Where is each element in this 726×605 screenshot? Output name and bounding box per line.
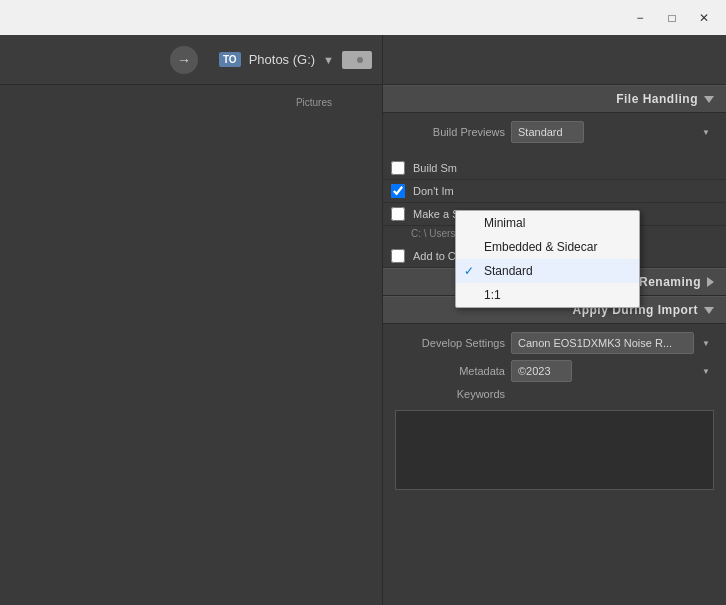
metadata-select-wrapper: ©2023 (511, 360, 714, 382)
keywords-textarea[interactable] (395, 410, 714, 490)
metadata-row: Metadata ©2023 (395, 360, 714, 382)
build-previews-dropdown: Minimal Embedded & Sidecar Standard 1:1 (455, 210, 640, 308)
build-smart-label: Build Sm (413, 162, 718, 174)
dropdown-option-minimal[interactable]: Minimal (456, 211, 639, 235)
destination-label: Photos (G:) (249, 52, 315, 67)
build-previews-row: Build Previews Standard (395, 121, 714, 143)
develop-settings-label: Develop Settings (395, 337, 505, 349)
apply-during-import-body: Develop Settings Canon EOS1DXMK3 Noise R… (383, 324, 726, 501)
add-collection-checkbox[interactable] (391, 249, 405, 263)
dont-import-label: Don't Im (413, 185, 718, 197)
build-previews-select[interactable]: Standard (511, 121, 584, 143)
to-badge: TO (219, 52, 241, 67)
apply-during-import-toggle-icon (704, 307, 714, 314)
keywords-row: Keywords (395, 388, 714, 400)
left-panel: → TO Photos (G:) ▼ Pictures (0, 35, 382, 605)
build-smart-row: Build Sm (383, 157, 726, 180)
dropdown-option-embedded-sidecar[interactable]: Embedded & Sidecar (456, 235, 639, 259)
build-previews-label: Build Previews (395, 126, 505, 138)
minimize-button[interactable]: − (626, 7, 654, 29)
forward-arrow-button[interactable]: → (170, 46, 198, 74)
dropdown-option-1to1[interactable]: 1:1 (456, 283, 639, 307)
file-handling-section-header[interactable]: File Handling (383, 85, 726, 113)
metadata-label: Metadata (395, 365, 505, 377)
make-copy-checkbox[interactable] (391, 207, 405, 221)
develop-settings-row: Develop Settings Canon EOS1DXMK3 Noise R… (395, 332, 714, 354)
build-smart-checkbox[interactable] (391, 161, 405, 175)
dropdown-option-standard[interactable]: Standard (456, 259, 639, 283)
metadata-select[interactable]: ©2023 (511, 360, 572, 382)
file-handling-body: Build Previews Standard (383, 113, 726, 157)
develop-settings-select-wrapper: Canon EOS1DXMK3 Noise R... (511, 332, 714, 354)
dont-import-checkbox[interactable] (391, 184, 405, 198)
destination-dropdown-arrow[interactable]: ▼ (323, 54, 334, 66)
left-top-bar: → TO Photos (G:) ▼ (0, 35, 382, 85)
develop-settings-select[interactable]: Canon EOS1DXMK3 Noise R... (511, 332, 694, 354)
close-button[interactable]: ✕ (690, 7, 718, 29)
file-handling-toggle-icon (704, 96, 714, 103)
file-renaming-toggle-icon (707, 277, 714, 287)
main-area: → TO Photos (G:) ▼ Pictures File Handlin… (0, 35, 726, 605)
build-previews-select-wrapper: Standard (511, 121, 714, 143)
right-panel-top-spacer (383, 35, 726, 85)
title-bar: − □ ✕ (0, 0, 726, 35)
keywords-label: Keywords (395, 388, 505, 400)
maximize-button[interactable]: □ (658, 7, 686, 29)
right-panel: File Handling Build Previews Standard Bu… (382, 35, 726, 605)
pictures-sublabel: Pictures (296, 95, 332, 109)
dont-import-row: Don't Im (383, 180, 726, 203)
hdd-icon (342, 51, 372, 69)
file-handling-title: File Handling (616, 92, 698, 106)
